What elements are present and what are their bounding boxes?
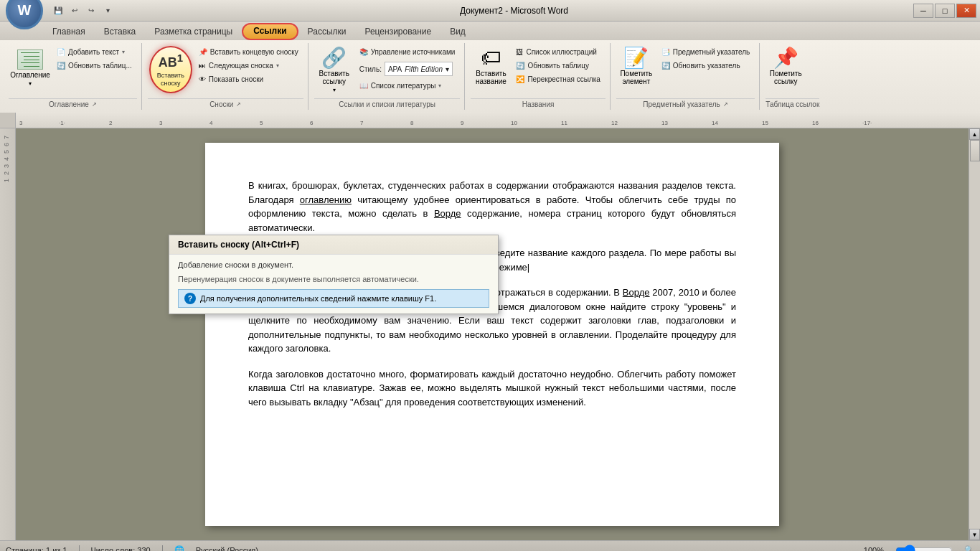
toc-line-2	[24, 56, 39, 57]
add-text-btn[interactable]: 📄 Добавить текст ▾	[53, 46, 136, 58]
ruler-mark-7: 7	[360, 120, 363, 126]
tab-review[interactable]: Рецензирование	[355, 23, 440, 40]
insert-citation-btn[interactable]: 🔗 Вставитьссылку ▾	[316, 46, 353, 95]
ruler-mark-6: 6	[310, 120, 313, 126]
ruler-mark-8: 8	[410, 120, 413, 126]
tooltip-description: Добавление сноски в документ.	[178, 260, 489, 269]
group-citations: 🔗 Вставитьссылку ▾ 📚 Управление источник…	[310, 43, 466, 110]
group-toc-expand[interactable]: ↗	[92, 101, 97, 108]
scroll-down-btn[interactable]: ▼	[969, 529, 980, 540]
ruler-mark-15: 15	[762, 120, 768, 126]
ruler-mark-4: 4	[209, 120, 212, 126]
insert-index-btn[interactable]: 📑 Предметный указатель	[658, 46, 753, 58]
endnote-icon: 📌	[199, 48, 207, 56]
list-figures-btn[interactable]: 🖼 Список иллюстраций	[512, 46, 603, 58]
cross-reference-btn[interactable]: 🔀 Перекрестная ссылка	[512, 73, 603, 85]
ruler-corner	[0, 113, 16, 128]
tab-home[interactable]: Главная	[43, 23, 95, 40]
ruler-mark-13: 13	[661, 120, 668, 126]
mark-citation-label: Пометитьссылку	[770, 70, 802, 85]
ruler-mark-10: 10	[511, 120, 517, 126]
redo-quick-btn[interactable]: ↪	[84, 4, 98, 18]
update-toc-label: Обновить таблиц...	[68, 62, 132, 70]
tab-mailings[interactable]: Рассылки	[298, 23, 356, 40]
group-authorities-label: Таблица ссылок	[765, 98, 819, 110]
left-ruler-marks: 1 2 3 4 5 6 7	[0, 128, 13, 189]
ruler-mark-9: 9	[461, 120, 463, 126]
group-index-content: 📝 Пометитьэлемент 📑 Предметный указатель…	[616, 43, 755, 98]
tab-insert[interactable]: Вставка	[95, 23, 146, 40]
customize-quick-btn[interactable]: ▾	[100, 4, 115, 18]
group-captions-label: Названия	[471, 98, 605, 110]
bibliography-btn[interactable]: 📖 Список литературы ▾	[356, 80, 459, 92]
insert-caption-btn[interactable]: 🏷 Вставитьназвание	[472, 46, 509, 88]
tab-layout[interactable]: Разметка страницы	[145, 23, 242, 40]
style-dropdown[interactable]: Стиль: APA Fifth Edition ▾	[356, 60, 459, 78]
group-footnotes-label: Сноски ↗	[148, 98, 303, 110]
mark-entry-btn[interactable]: 📝 Пометитьэлемент	[618, 46, 655, 88]
style-edition: Fifth Edition	[405, 65, 443, 73]
tooltip-popup: Вставить сноску (Alt+Ctrl+F) Добавление …	[169, 235, 499, 314]
manage-sources-btn[interactable]: 📚 Управление источниками	[356, 46, 459, 58]
next-fn-label: Следующая сноска	[209, 62, 273, 70]
insert-footnote-btn[interactable]: AB1 Вставитьсноску	[149, 46, 192, 93]
mark-entry-label: Пометитьэлемент	[620, 70, 652, 85]
office-button[interactable]: W	[6, 0, 43, 29]
undo-quick-btn[interactable]: ↩	[67, 4, 82, 18]
show-notes-icon: 👁	[199, 75, 206, 83]
captions-small-btns: 🖼 Список иллюстраций 🔄 Обновить таблицу …	[512, 46, 603, 85]
style-arrow: ▾	[446, 65, 449, 73]
scroll-up-btn[interactable]: ▲	[969, 128, 980, 140]
group-index-expand[interactable]: ↗	[723, 101, 728, 108]
tab-view[interactable]: Вид	[440, 23, 475, 40]
next-footnote-btn[interactable]: ⏭ Следующая сноска ▾	[195, 60, 302, 72]
scroll-track[interactable]	[969, 140, 980, 529]
tooltip-help-link[interactable]: ? Для получения дополнительных сведений …	[178, 289, 489, 308]
update3-label: Обновить таблицу	[527, 62, 589, 70]
style-select[interactable]: APA Fifth Edition ▾	[385, 62, 453, 76]
group-authorities-name: Таблица ссылок	[765, 100, 819, 108]
underline-1: оглавлению	[300, 194, 352, 205]
group-captions-name: Названия	[522, 100, 555, 108]
right-scrollbar: ▲ ▼	[969, 128, 980, 540]
ruler: 3 ·1· 2 3 4 5 6 7 8 9 10 11 12 13 14 15 …	[0, 113, 980, 128]
citation-arrow: ▾	[333, 87, 336, 93]
update-toc-icon: 🔄	[57, 62, 65, 70]
update-table3-btn[interactable]: 🔄 Обновить таблицу	[512, 60, 603, 72]
next-fn-arrow: ▾	[276, 62, 279, 69]
maximize-btn[interactable]: □	[935, 4, 955, 18]
ruler-mark-1: ·1·	[59, 120, 65, 126]
close-btn[interactable]: ✕	[956, 4, 976, 18]
save-quick-btn[interactable]: 💾	[51, 4, 65, 18]
ribbon-content: Оглавление ▾ 📄 Добавить текст ▾ 🔄 Обнови…	[0, 40, 980, 113]
document-area[interactable]: В книгах, брошюрах, буклетах, студенческ…	[16, 128, 969, 540]
mark-citation-btn[interactable]: 📌 Пометитьссылку	[767, 46, 804, 88]
update-toc-btn[interactable]: 🔄 Обновить таблиц...	[53, 60, 136, 72]
status-sep-2	[162, 545, 163, 552]
footnote-label: Вставитьсноску	[157, 72, 184, 88]
footnote-icon: AB1	[159, 52, 183, 70]
page-status: Страница: 1 из 1	[6, 546, 67, 552]
group-footnotes-content: AB1 Вставитьсноску 📌 Вставить концевую с…	[148, 43, 303, 98]
mark-citation-icon: 📌	[773, 48, 798, 68]
show-notes-btn[interactable]: 👁 Показать сноски	[195, 73, 302, 85]
insert-endnote-btn[interactable]: 📌 Вставить концевую сноску	[195, 46, 302, 58]
scroll-thumb[interactable]	[970, 140, 980, 161]
next-fn-icon: ⏭	[199, 62, 206, 70]
update-index-btn[interactable]: 🔄 Обновить указатель	[658, 60, 753, 72]
style-label-text: Стиль:	[359, 65, 382, 73]
index-small-btns: 📑 Предметный указатель 🔄 Обновить указат…	[658, 46, 753, 72]
ruler-marks: 3 ·1· 2 3 4 5 6 7 8 9 10 11 12 13 14 15 …	[16, 113, 980, 128]
zoom-out-icon[interactable]: 🔍	[964, 545, 974, 551]
minimize-btn[interactable]: ─	[913, 4, 933, 18]
tooltip-help-text: Для получения дополнительных сведений на…	[200, 294, 436, 303]
caption-label: Вставитьназвание	[476, 70, 507, 85]
tab-references[interactable]: Ссылки	[242, 23, 298, 40]
main-area: 1 2 3 4 5 6 7 В книгах, брошюрах, буклет…	[0, 128, 980, 540]
zoom-slider[interactable]	[895, 545, 953, 552]
toc-label: Оглавление	[10, 71, 50, 79]
index-icon: 📑	[661, 48, 670, 56]
toc-button[interactable]: Оглавление ▾	[10, 46, 50, 90]
citations-small-btns: 📚 Управление источниками Стиль: APA Fift…	[356, 46, 459, 92]
group-footnotes-expand[interactable]: ↗	[236, 101, 241, 108]
